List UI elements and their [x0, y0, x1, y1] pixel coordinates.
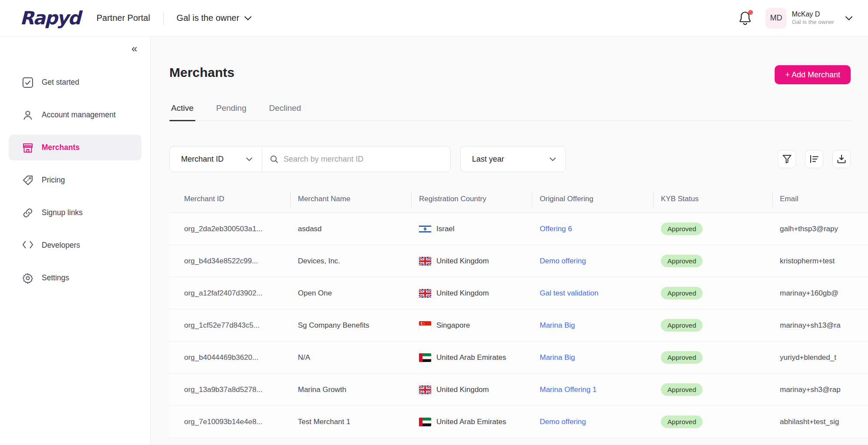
chevron-down-icon	[845, 16, 852, 20]
sidebar-collapse-button[interactable]: «	[132, 43, 137, 54]
merchant-name-cell: Sg Company Benefits	[290, 321, 411, 330]
kyb-status-cell: Approved	[653, 287, 772, 300]
email-cell: yuriyd+blended_t	[772, 353, 868, 362]
kyb-status-cell: Approved	[653, 383, 772, 396]
tab-bar: ActivePendingDeclined	[169, 103, 851, 121]
registration-country-cell: United Arab Emirates	[411, 418, 532, 426]
tab-active[interactable]: Active	[169, 103, 195, 120]
kyb-status-badge: Approved	[661, 383, 703, 396]
kyb-status-badge: Approved	[661, 255, 703, 268]
table-row[interactable]: org_b4044469b3620... N/A United Arab Emi…	[169, 342, 868, 374]
sidebar-item-signup-links[interactable]: Signup links	[9, 200, 142, 226]
offering-link[interactable]: Marina Offering 1	[540, 385, 597, 394]
sort-button[interactable]	[805, 150, 823, 168]
kyb-status-badge: Approved	[661, 415, 703, 428]
kyb-status-badge: Approved	[661, 351, 703, 364]
user-subtitle: Gal is the owner	[792, 19, 834, 26]
chevron-down-icon	[244, 16, 251, 20]
user-name: McKay D	[792, 10, 834, 19]
merchant-name-cell: asdasd	[290, 225, 411, 233]
owner-selector-label: Gal is the owner	[177, 13, 240, 23]
merchant-name-cell: Open One	[290, 289, 411, 298]
sidebar-item-pricing[interactable]: Pricing	[9, 167, 142, 193]
kyb-status-cell: Approved	[653, 222, 772, 236]
email-cell: marinay+sh3@rap	[772, 385, 868, 394]
offering-link[interactable]: Gal test validation	[540, 289, 598, 297]
table-row[interactable]: org_a12faf2407d3902... Open One United K…	[169, 277, 868, 309]
country-flag-icon-gb	[419, 257, 431, 266]
kyb-status-cell: Approved	[653, 255, 772, 268]
original-offering-cell: Demo offering	[532, 418, 653, 426]
sidebar-item-label: Merchants	[42, 143, 80, 152]
table-row[interactable]: org_7e10093b14e4e8... Test Merchant 1 Un…	[169, 406, 868, 438]
registration-country-cell: Israel	[411, 225, 532, 233]
code-icon	[22, 240, 33, 251]
sidebar-item-developers[interactable]: Developers	[9, 232, 142, 258]
date-range-value: Last year	[472, 155, 504, 164]
tab-declined[interactable]: Declined	[267, 103, 303, 120]
kyb-status-cell: Approved	[653, 415, 772, 428]
user-icon	[22, 110, 33, 121]
merchant-id-cell: org_13a9b37a8d5278...	[169, 385, 290, 394]
sidebar-item-label: Developers	[42, 241, 80, 250]
registration-country-cell: United Kingdom	[411, 385, 532, 394]
sidebar-item-settings[interactable]: Settings	[9, 265, 142, 291]
column-header-merchant-id: Merchant ID	[169, 186, 290, 213]
table-row[interactable]: org_1cf52e77d843c5... Sg Company Benefit…	[169, 309, 868, 342]
notifications-button[interactable]	[739, 11, 752, 26]
kyb-status-badge: Approved	[661, 287, 703, 300]
search-field-value: Merchant ID	[181, 155, 224, 164]
email-cell: abhilasht+test_sig	[772, 418, 868, 426]
download-button[interactable]	[832, 150, 851, 168]
offering-link[interactable]: Offering 6	[540, 225, 572, 233]
offering-link[interactable]: Demo offering	[540, 257, 586, 265]
original-offering-cell: Marina Offering 1	[532, 385, 653, 394]
merchant-id-cell: org_a12faf2407d3902...	[169, 289, 290, 298]
download-icon	[837, 155, 846, 163]
sidebar: « Get started Account management Merchan…	[0, 37, 151, 445]
sidebar-item-merchants[interactable]: Merchants	[9, 135, 142, 160]
date-range-selector[interactable]: Last year	[460, 146, 566, 172]
search-input[interactable]	[284, 155, 442, 164]
merchants-table: Merchant IDMerchant NameRegistration Cou…	[169, 186, 868, 438]
original-offering-cell: Offering 6	[532, 225, 653, 233]
email-cell: kristopherm+test	[772, 257, 868, 266]
country-flag-icon-gb	[419, 385, 431, 394]
user-menu[interactable]: MD McKay D Gal is the owner	[766, 8, 852, 29]
sidebar-item-label: Get started	[42, 78, 79, 87]
sidebar-item-label: Settings	[42, 273, 69, 282]
offering-link[interactable]: Marina Big	[540, 353, 575, 362]
table-row[interactable]: org_2da2eb300503a1... asdasd Israel Offe…	[169, 213, 868, 245]
portal-label: Partner Portal	[96, 13, 150, 23]
sidebar-item-account-management[interactable]: Account management	[9, 102, 142, 128]
email-cell: marinay+sh13@ra	[772, 321, 868, 330]
search-field-selector[interactable]: Merchant ID	[170, 146, 262, 172]
merchant-name-cell: Marina Growth	[290, 385, 411, 394]
offering-link[interactable]: Demo offering	[540, 418, 586, 426]
merchant-name-cell: Devices, Inc.	[290, 257, 411, 266]
search-combo: Merchant ID	[169, 146, 451, 172]
tab-pending[interactable]: Pending	[215, 103, 248, 120]
add-merchant-button[interactable]: + Add Merchant	[775, 65, 851, 84]
sidebar-item-get-started[interactable]: Get started	[9, 70, 142, 95]
owner-selector[interactable]: Gal is the owner	[177, 13, 252, 23]
table-row[interactable]: org_13a9b37a8d5278... Marina Growth Unit…	[169, 374, 868, 406]
table-row[interactable]: org_b4d34e8522c99... Devices, Inc. Unite…	[169, 245, 868, 277]
column-header-kyb-status: KYB Status	[653, 186, 772, 213]
sidebar-item-label: Signup links	[42, 208, 83, 217]
merchant-name-cell: Test Merchant 1	[290, 418, 411, 426]
filter-button[interactable]	[778, 150, 796, 168]
offering-link[interactable]: Marina Big	[540, 321, 575, 329]
email-cell: marinay+160gb@	[772, 289, 868, 298]
rapyd-logo: Rapyd	[20, 9, 83, 27]
merchant-id-cell: org_b4044469b3620...	[169, 353, 290, 362]
original-offering-cell: Marina Big	[532, 353, 653, 362]
merchant-name-cell: N/A	[290, 353, 411, 362]
main-content: Merchants + Add Merchant ActivePendingDe…	[151, 37, 868, 445]
chevron-down-icon	[246, 157, 252, 161]
chevron-down-icon	[550, 157, 556, 161]
funnel-icon	[782, 155, 792, 163]
search-icon	[270, 155, 278, 163]
sort-icon	[810, 155, 819, 163]
column-header-original-offering: Original Offering	[532, 186, 653, 213]
